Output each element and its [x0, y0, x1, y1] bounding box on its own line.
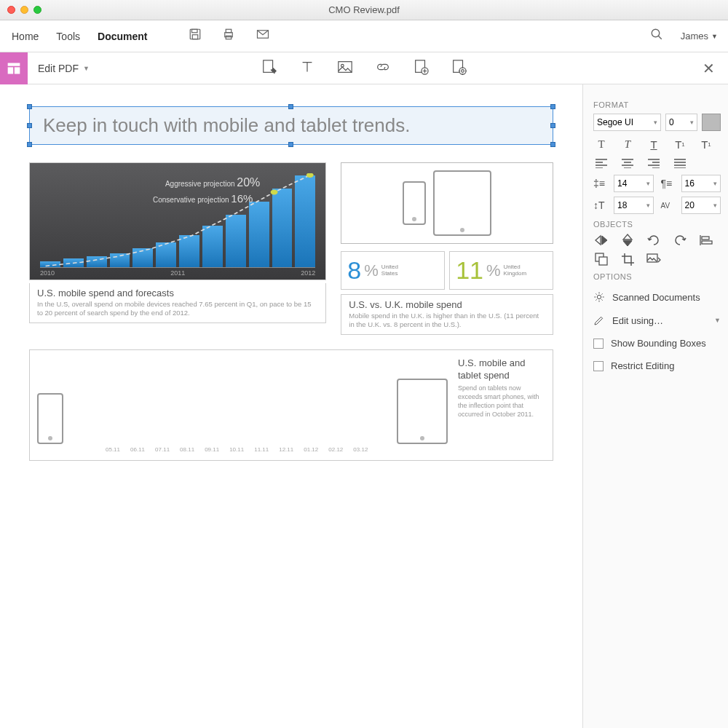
- svg-rect-5: [226, 36, 232, 39]
- option-show-bounding-boxes[interactable]: Show Bounding Boxes: [593, 332, 721, 355]
- align-right-icon[interactable]: [646, 156, 662, 170]
- checkbox-icon[interactable]: [593, 339, 604, 349]
- objects-heading: OBJECTS: [593, 220, 721, 229]
- svg-rect-1: [191, 29, 197, 33]
- align-justify-icon[interactable]: [672, 156, 688, 170]
- stat-uk: 11% United Kingdom: [449, 251, 553, 290]
- menubar: Home Tools Document James▼: [0, 20, 728, 52]
- align-objects-icon[interactable]: [698, 233, 714, 248]
- svg-point-17: [459, 67, 466, 74]
- add-text-tool-icon[interactable]: [299, 59, 315, 78]
- stat-us: 8% United States: [341, 251, 445, 290]
- rotate-ccw-icon[interactable]: [646, 233, 662, 248]
- chart-mobile-forecast-caption: U.S. mobile spend and forecasts In the U…: [29, 283, 326, 323]
- align-center-icon[interactable]: [620, 156, 636, 170]
- chart3-axis: 05.1106.1107.1108.1109.1110.1111.1112.11…: [74, 446, 387, 453]
- window-title: CMO Review.pdf: [328, 4, 400, 15]
- titlebar: CMO Review.pdf: [0, 0, 728, 20]
- toolbar-mode-label[interactable]: Edit PDF▼: [38, 63, 90, 74]
- kerning-icon: AV: [661, 202, 674, 210]
- devices-illustration: [341, 162, 553, 244]
- color-swatch[interactable]: [702, 114, 721, 131]
- format-heading: FORMAT: [593, 100, 721, 109]
- svg-rect-9: [8, 67, 14, 74]
- chart-mobile-forecast: Aggressive projection 20% Conservative p…: [29, 162, 326, 280]
- mail-icon[interactable]: [253, 25, 273, 47]
- svg-rect-4: [226, 29, 232, 33]
- maximize-window-icon[interactable]: [33, 6, 41, 14]
- font-size-select[interactable]: 0: [665, 114, 697, 131]
- option-scanned-documents[interactable]: Scanned Documents: [593, 285, 721, 309]
- format-panel: FORMAT Segoe UI 0 T T T T1 T1 ‡≡ 14 ¶≡ 1…: [582, 84, 728, 728]
- svg-rect-22: [702, 241, 712, 244]
- kerning-select[interactable]: 20: [681, 197, 721, 214]
- flip-v-icon[interactable]: [620, 233, 636, 248]
- font-select[interactable]: Segoe UI: [593, 114, 661, 131]
- italic-icon[interactable]: T: [620, 137, 636, 151]
- edit-text-tool-icon[interactable]: [261, 59, 277, 78]
- tab-tools[interactable]: Tools: [55, 28, 82, 45]
- space-after-select[interactable]: 16: [681, 175, 721, 192]
- search-icon[interactable]: [647, 25, 666, 47]
- subscript-icon[interactable]: T1: [698, 137, 714, 151]
- user-menu[interactable]: James▼: [681, 31, 718, 41]
- checkbox-icon[interactable]: [593, 361, 604, 371]
- hscale-select[interactable]: 18: [614, 197, 654, 214]
- save-icon[interactable]: [186, 25, 205, 47]
- document-canvas[interactable]: Keep in touch with mobile and tablet tre…: [0, 84, 582, 728]
- svg-rect-8: [8, 63, 20, 66]
- edit-tools: [261, 59, 467, 78]
- arrange-icon[interactable]: [593, 252, 609, 266]
- option-restrict-editing[interactable]: Restrict Editing: [593, 355, 721, 377]
- svg-rect-24: [599, 257, 607, 265]
- print-icon[interactable]: [219, 25, 238, 47]
- close-toolbar-icon[interactable]: ✕: [703, 60, 715, 77]
- space-after-icon: ¶≡: [661, 178, 674, 189]
- svg-rect-10: [15, 67, 20, 74]
- minimize-window-icon[interactable]: [20, 6, 28, 14]
- selected-text-frame[interactable]: Keep in touch with mobile and tablet tre…: [29, 106, 553, 145]
- svg-rect-21: [702, 237, 709, 240]
- bold-icon[interactable]: T: [593, 137, 609, 151]
- tab-home[interactable]: Home: [10, 28, 40, 45]
- chart-mobile-tablet: 05.1106.1107.1108.1109.1110.1111.1112.11…: [29, 349, 553, 461]
- tab-document[interactable]: Document: [96, 28, 149, 45]
- horizontal-scale-icon: ↕T: [593, 199, 606, 211]
- svg-rect-2: [192, 35, 198, 39]
- text-style-row: T T T T1 T1: [593, 137, 721, 151]
- edit-toolbar: Edit PDF▼ ✕: [0, 52, 728, 84]
- line-height-select[interactable]: 14: [614, 175, 654, 192]
- svg-point-26: [597, 295, 601, 298]
- option-edit-using[interactable]: Edit using… ▼: [593, 309, 721, 332]
- headline-text: Keep in touch with mobile and tablet tre…: [43, 114, 410, 136]
- svg-point-7: [652, 29, 660, 37]
- svg-point-19: [271, 190, 278, 195]
- align-left-icon[interactable]: [593, 156, 609, 170]
- add-page-tool-icon[interactable]: [413, 59, 429, 78]
- underline-icon[interactable]: T: [646, 137, 662, 151]
- add-image-tool-icon[interactable]: [337, 59, 353, 78]
- line-height-icon: ‡≡: [593, 178, 606, 189]
- page-settings-tool-icon[interactable]: [451, 59, 467, 78]
- chart-us-uk-caption: U.S. vs. U.K. mobile spend Mobile spend …: [341, 294, 553, 335]
- link-tool-icon[interactable]: [375, 59, 391, 78]
- options-heading: OPTIONS: [593, 272, 721, 281]
- rotate-cw-icon[interactable]: [672, 233, 688, 248]
- flip-h-icon[interactable]: [593, 233, 609, 248]
- crop-icon[interactable]: [620, 252, 636, 266]
- superscript-icon[interactable]: T1: [672, 137, 688, 151]
- align-row: [593, 156, 721, 170]
- window-controls: [7, 6, 41, 14]
- replace-image-icon[interactable]: [646, 252, 662, 266]
- user-name: James: [681, 31, 708, 41]
- mode-button[interactable]: [0, 52, 28, 84]
- close-window-icon[interactable]: [7, 6, 15, 14]
